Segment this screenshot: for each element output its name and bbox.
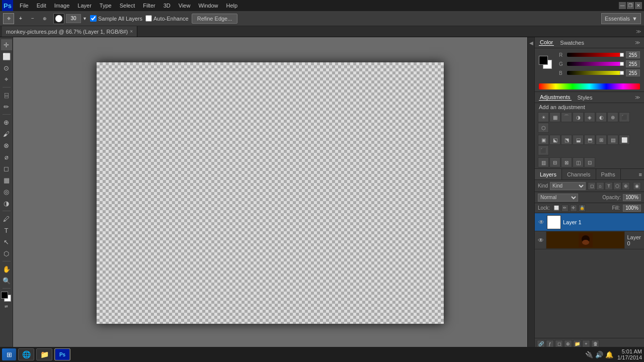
dodge-tool[interactable]: ◑ [1, 198, 12, 209]
hand-tool[interactable]: ✋ [1, 263, 12, 275]
tab-layers[interactable]: Layers [535, 169, 562, 179]
invert-adj[interactable]: ⬔ [561, 135, 572, 145]
auto-enhance-checkbox[interactable] [145, 15, 152, 22]
filter-toggle[interactable]: ◉ [633, 182, 641, 190]
minimize-button[interactable]: — [619, 2, 626, 9]
green-thumb[interactable] [620, 62, 624, 66]
brush-tool[interactable]: 🖌 [1, 128, 12, 139]
taskbar-folder[interactable]: 📁 [36, 348, 52, 360]
levels-adj[interactable]: ▦ [549, 112, 560, 122]
menu-help[interactable]: Help [223, 2, 242, 10]
photo-filter-adj[interactable]: ⬡ [538, 123, 549, 133]
pattern-fill-adj[interactable]: ⬛ [538, 145, 549, 155]
gradient-map-adj[interactable]: ▤ [607, 135, 618, 145]
layer-visibility-toggle[interactable]: 👁 [538, 237, 544, 244]
fg-bg-colors[interactable] [1, 292, 12, 303]
red-thumb[interactable] [620, 53, 624, 57]
foreground-color-swatch[interactable] [539, 56, 548, 65]
filter-pixel-icon[interactable]: ◻ [588, 182, 596, 190]
size-dropdown-arrow[interactable]: ▼ [83, 16, 87, 21]
solid-color-adj[interactable]: ⬜ [619, 135, 630, 145]
extra-adj2[interactable]: ⊠ [561, 157, 572, 167]
posterize-adj[interactable]: ⬓ [573, 135, 584, 145]
gradient-fill-adj[interactable]: ▥ [538, 157, 549, 167]
color-spectrum[interactable] [539, 83, 640, 89]
tab-adjustments[interactable]: Adjustments [539, 94, 572, 101]
menu-file[interactable]: File [16, 2, 32, 10]
hue-saturation-adj[interactable]: ◐ [596, 112, 607, 122]
red-slider[interactable] [567, 53, 624, 57]
extra-adj1[interactable]: ⊟ [549, 157, 560, 167]
lock-position-icon[interactable]: ✛ [570, 205, 577, 212]
sample-all-layers-checkbox[interactable] [90, 15, 97, 22]
marquee-tool[interactable]: ⬜ [1, 51, 12, 62]
tab-channels[interactable]: Channels [562, 169, 596, 179]
menu-layer[interactable]: Layer [74, 2, 95, 10]
history-brush-tool[interactable]: ⌀ [1, 151, 12, 162]
blue-value-input[interactable] [626, 69, 640, 76]
green-slider[interactable] [567, 62, 624, 66]
layer-visibility-toggle[interactable]: 👁 [538, 219, 545, 226]
adjustments-panel-collapse[interactable]: ≫ [635, 95, 640, 100]
vibrance-adj[interactable]: ◈ [584, 112, 595, 122]
blur-tool[interactable]: ◎ [1, 186, 12, 197]
collapse-panels-button[interactable]: ◀ [529, 40, 533, 46]
brightness-contrast-adj[interactable]: ☀ [538, 112, 549, 122]
menu-edit[interactable]: Edit [33, 2, 50, 10]
tab-paths[interactable]: Paths [596, 169, 621, 179]
tab-styles[interactable]: Styles [577, 95, 594, 101]
menu-image[interactable]: Image [51, 2, 73, 10]
blue-slider[interactable] [567, 71, 624, 75]
add-to-selection[interactable]: + [15, 13, 26, 24]
filter-adjustment-icon[interactable]: ⌂ [596, 182, 604, 190]
close-button[interactable]: ✕ [635, 2, 642, 9]
clone-stamp-tool[interactable]: ⊗ [1, 140, 12, 151]
spot-healing-tool[interactable]: ⊕ [1, 117, 12, 128]
color-panel-collapse[interactable]: ≫ [635, 40, 640, 45]
shape-tool[interactable]: ⬡ [1, 248, 12, 259]
extra-adj3[interactable]: ◫ [573, 157, 584, 167]
start-button[interactable]: ⊞ [2, 348, 16, 360]
exposure-adj[interactable]: ◑ [573, 112, 584, 122]
green-value-input[interactable] [626, 60, 640, 67]
curves-adj[interactable]: ⌒ [561, 112, 572, 122]
brush-size-input[interactable] [66, 14, 81, 23]
kind-select[interactable]: Kind [550, 182, 586, 190]
maximize-button[interactable]: ❐ [627, 2, 634, 9]
menu-type[interactable]: Type [96, 2, 115, 10]
subtract-from-selection[interactable]: − [27, 13, 38, 24]
filter-shape-icon[interactable]: ⬡ [613, 182, 621, 190]
extra-adj4[interactable]: ⊡ [584, 157, 595, 167]
menu-filter[interactable]: Filter [139, 2, 158, 10]
eraser-tool[interactable]: ◻ [1, 163, 12, 174]
lock-all-icon[interactable]: 🔒 [579, 205, 586, 212]
black-white-adj[interactable]: ⬛ [619, 112, 630, 122]
threshold-adj[interactable]: ⬒ [584, 135, 595, 145]
fg-bg-color-box[interactable] [539, 56, 555, 72]
quick-selection-tool[interactable]: ⌖ [3, 13, 14, 24]
layer-item[interactable]: 👁 Layer 0 [535, 231, 644, 249]
pen-tool[interactable]: 🖊 [1, 213, 12, 224]
color-lookup-adj[interactable]: ⬕ [549, 135, 560, 145]
blending-mode-select[interactable]: Normal [538, 194, 578, 202]
brush-preview[interactable] [53, 13, 64, 24]
refine-edge-button[interactable]: Refine Edge... [192, 14, 238, 24]
menu-window[interactable]: Window [195, 2, 221, 10]
type-tool[interactable]: T [1, 225, 12, 236]
gradient-tool[interactable]: ▦ [1, 174, 12, 186]
lasso-tool[interactable]: ⊙ [1, 62, 12, 73]
tab-close-button[interactable]: × [130, 29, 133, 34]
path-selection-tool[interactable]: ↖ [1, 236, 12, 247]
layers-panel-menu[interactable]: ≡ [637, 169, 644, 179]
opacity-input[interactable] [623, 194, 641, 201]
layer-item[interactable]: 👁 Layer 1 [535, 213, 644, 231]
switch-colors-icon[interactable]: ⇄ [5, 304, 8, 309]
lock-pixels-icon[interactable]: ✏ [561, 205, 569, 212]
taskbar-photoshop[interactable]: Ps [54, 348, 70, 360]
canvas-area[interactable] [13, 37, 527, 349]
menu-view[interactable]: View [175, 2, 194, 10]
eyedropper-tool[interactable]: ✏ [1, 101, 12, 112]
menu-3d[interactable]: 3D [160, 2, 174, 10]
tab-swatches[interactable]: Swatches [559, 40, 585, 46]
blue-thumb[interactable] [620, 71, 624, 75]
